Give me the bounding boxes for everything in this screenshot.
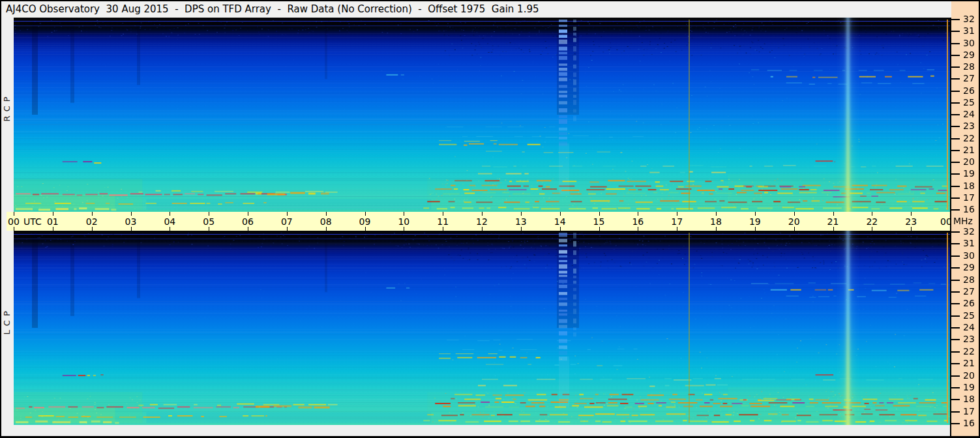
time-tick [131, 212, 132, 216]
time-tick [287, 212, 288, 216]
time-tick [170, 227, 170, 231]
time-tick [53, 227, 53, 231]
time-tick [326, 212, 327, 216]
spectrograph-window: AJ4CO Observatory 30 Aug 2015 - DPS on T… [0, 0, 980, 438]
time-tick [326, 227, 327, 231]
time-tick [950, 227, 951, 231]
hour-label: 02 [83, 216, 101, 227]
time-tick [365, 227, 366, 231]
polarization-label-rcp: R C P [2, 108, 12, 122]
time-tick [131, 227, 132, 231]
time-tick [209, 212, 209, 216]
time-tick [248, 212, 248, 216]
time-tick [287, 227, 288, 231]
hour-label: 03 [122, 216, 140, 227]
time-tick [677, 227, 677, 231]
hour-label: 22 [863, 216, 881, 227]
hour-label: 09 [356, 216, 374, 227]
time-tick [53, 212, 53, 216]
time-tick [404, 227, 404, 231]
time-tick [14, 212, 14, 216]
spectrogram-rcp [14, 18, 950, 212]
time-tick [521, 227, 522, 231]
hour-label: 16 [629, 216, 647, 227]
time-tick [755, 212, 756, 216]
hour-label: 00 [5, 216, 23, 227]
hour-label: 05 [200, 216, 218, 227]
time-tick [599, 212, 600, 216]
hour-label: 13 [512, 216, 530, 227]
time-tick [911, 227, 912, 231]
polarization-label-lcp: L C P [2, 321, 12, 335]
page-title: AJ4CO Observatory 30 Aug 2015 - DPS on T… [1, 1, 951, 18]
hour-label: 10 [394, 216, 413, 227]
time-tick [248, 227, 248, 231]
time-tick [833, 212, 834, 216]
hour-label: 14 [551, 216, 569, 227]
time-tick [443, 212, 443, 216]
hour-label: 12 [473, 216, 491, 227]
utc-unit-label: UTC [23, 216, 42, 227]
time-tick [638, 212, 638, 216]
time-tick [482, 227, 483, 231]
hour-label: 17 [668, 216, 686, 227]
time-tick [560, 227, 561, 231]
time-tick [404, 212, 404, 216]
time-tick [209, 227, 209, 231]
time-tick [716, 212, 717, 216]
mhz-unit-label: MHz [953, 216, 973, 226]
time-tick [92, 227, 93, 231]
hour-label: 18 [707, 216, 725, 227]
time-tick [950, 212, 951, 216]
bottom-margin [14, 425, 950, 436]
time-tick [794, 212, 795, 216]
time-tick [638, 227, 638, 231]
hour-label: 01 [44, 216, 62, 227]
time-tick [833, 227, 834, 231]
time-tick [755, 227, 756, 231]
time-tick [872, 212, 872, 216]
spectrogram-lcp [14, 231, 950, 425]
hour-label: 08 [317, 216, 335, 227]
time-tick [911, 212, 912, 216]
hour-label: 20 [785, 216, 803, 227]
time-tick [443, 227, 443, 231]
time-tick [482, 212, 483, 216]
title-bar: AJ4CO Observatory 30 Aug 2015 - DPS on T… [1, 1, 951, 18]
time-tick [560, 212, 561, 216]
hour-label: 06 [239, 216, 257, 227]
time-tick [872, 227, 872, 231]
hour-label: 19 [746, 216, 764, 227]
time-tick [14, 227, 14, 231]
time-tick [365, 212, 366, 216]
hour-label: 11 [434, 216, 452, 227]
time-tick [92, 212, 93, 216]
hour-label: 23 [902, 216, 920, 227]
time-tick [521, 212, 522, 216]
time-tick [716, 227, 717, 231]
time-axis: 0001020304050607080910111213141516171819… [7, 212, 950, 231]
hour-label: 04 [160, 216, 179, 227]
hour-label: 15 [590, 216, 608, 227]
hour-label: 07 [278, 216, 296, 227]
time-tick [677, 212, 677, 216]
time-tick [599, 227, 600, 231]
time-tick [170, 212, 170, 216]
time-tick [794, 227, 795, 231]
hour-label: 21 [824, 216, 842, 227]
